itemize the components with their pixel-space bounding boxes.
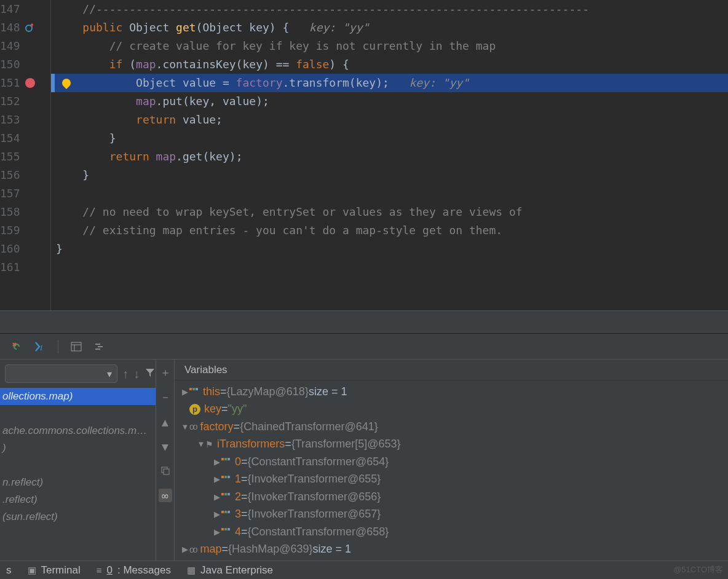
variables-panel: Variables ▶this = {LazyMap@618} size = 1… (175, 360, 728, 562)
variable-row[interactable]: ▶0 = {ConstantTransformer@654} (175, 453, 728, 471)
frames-panel: ▾ ↑ ↓ ollections.map)ache.commons.collec… (0, 360, 156, 562)
variable-row[interactable]: ▼⚑iTransformers = {Transformer[5]@653} (175, 436, 728, 454)
terminal-tab[interactable]: ▣Terminal (28, 564, 81, 577)
line-number-gutter: 1471481491501511521531541551561571581591… (0, 0, 22, 310)
variable-row[interactable]: ▼oofactory = {ChainedTransformer@641} (175, 418, 728, 436)
frame-item[interactable]: .reflect) (0, 491, 156, 508)
terminal-icon: ▣ (28, 565, 36, 576)
frame-item[interactable] (0, 405, 156, 422)
variables-title: Variables (175, 360, 728, 380)
toolbar-separator (58, 340, 58, 353)
variable-row[interactable]: pkey = "yy" (175, 401, 728, 419)
status-item-s[interactable]: s (6, 564, 12, 577)
add-watch-icon[interactable]: ＋ (159, 366, 172, 379)
frames-list[interactable]: ollections.map)ache.commons.collections.… (0, 388, 156, 526)
frame-item[interactable] (0, 457, 156, 474)
gutter-icons (22, 0, 40, 310)
frame-filter-icon[interactable] (144, 367, 156, 381)
fold-gutter (40, 0, 51, 310)
frame-down-icon[interactable]: ↓ (133, 367, 140, 381)
glasses-icon[interactable]: ∞ (159, 489, 172, 502)
code-editor[interactable]: 1471481491501511521531541551561571581591… (0, 0, 728, 310)
frames-header: ▾ ↑ ↓ (0, 360, 156, 388)
variables-tree[interactable]: ▶this = {LazyMap@618} size = 1pkey = "yy… (175, 380, 728, 558)
restart-icon[interactable] (11, 341, 22, 352)
layout-icon[interactable] (71, 341, 82, 352)
svg-rect-2 (71, 342, 81, 351)
variable-row[interactable]: ▶this = {LazyMap@618} size = 1 (175, 383, 728, 401)
enterprise-icon: ▦ (187, 565, 196, 576)
code-area[interactable]: //--------------------------------------… (51, 0, 728, 310)
variable-row[interactable]: ▶4 = {ConstantTransformer@658} (175, 523, 728, 541)
debug-panel: ▾ ↑ ↓ ollections.map)ache.commons.collec… (0, 360, 728, 562)
stop-rerun-icon[interactable]: I (34, 341, 46, 352)
messages-tab[interactable]: ≡0: Messages (97, 564, 171, 577)
settings-icon[interactable] (94, 341, 105, 352)
frame-item[interactable]: ) (0, 439, 156, 457)
variable-row[interactable]: ▶1 = {InvokerTransformer@655} (175, 471, 728, 489)
variable-row[interactable]: ▶2 = {InvokerTransformer@656} (175, 488, 728, 506)
frame-item[interactable]: ollections.map) (0, 388, 156, 405)
watermark: @51CTO博客 (673, 564, 723, 575)
move-up-icon[interactable]: ▲ (159, 415, 172, 428)
frame-item[interactable]: (sun.reflect) (0, 508, 156, 526)
variable-row[interactable]: ▶oomap = {HashMap@639} size = 1 (175, 541, 728, 559)
svg-text:I: I (39, 344, 43, 352)
svg-point-0 (26, 25, 32, 31)
move-down-icon[interactable]: ▼ (159, 439, 172, 453)
variable-row[interactable]: ▶3 = {InvokerTransformer@657} (175, 506, 728, 524)
frame-item[interactable]: ache.commons.collections.m… (0, 422, 156, 439)
debug-toolbar: I (0, 334, 728, 360)
java-enterprise-tab[interactable]: ▦Java Enterprise (187, 564, 273, 577)
frame-item[interactable]: n.reflect) (0, 474, 156, 491)
remove-watch-icon[interactable]: － (159, 390, 172, 404)
status-bar: s ▣Terminal ≡0: Messages ▦Java Enterpris… (0, 561, 728, 579)
svg-rect-9 (164, 469, 169, 475)
panel-divider[interactable] (0, 310, 728, 334)
copy-icon[interactable] (159, 464, 172, 478)
variables-toolbar: ＋ － ▲ ▼ ∞ (156, 360, 175, 562)
frame-up-icon[interactable]: ↑ (122, 367, 129, 381)
messages-icon: ≡ (97, 565, 102, 575)
thread-selector[interactable]: ▾ (5, 364, 117, 383)
